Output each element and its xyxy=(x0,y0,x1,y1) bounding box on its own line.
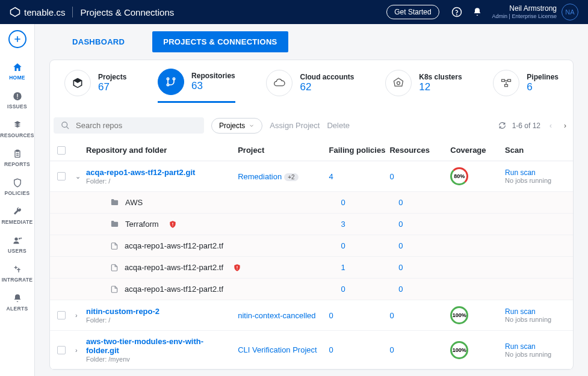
child-name[interactable]: Terraform xyxy=(125,220,159,229)
get-started-button[interactable]: Get Started xyxy=(386,5,439,19)
sidenav-item-policies[interactable]: POLICIES xyxy=(0,172,34,201)
search-input[interactable] xyxy=(76,121,197,130)
svg-point-11 xyxy=(167,84,169,85)
expand-toggle[interactable]: › xyxy=(75,347,86,354)
reports-icon xyxy=(11,148,23,160)
add-button[interactable] xyxy=(8,30,26,48)
project-link[interactable]: CLI Verification Project xyxy=(238,345,317,354)
stat-value: 6 xyxy=(527,81,559,93)
stat-label: Cloud accounts xyxy=(300,73,354,81)
resources-count[interactable]: 0 xyxy=(398,241,403,250)
child-name[interactable]: acqa-repo1-aws-tf12-part2.tf xyxy=(125,263,223,272)
resources-count[interactable]: 0 xyxy=(389,311,394,320)
sidenav-item-alerts[interactable]: ALERTS xyxy=(0,288,34,316)
help-icon[interactable] xyxy=(451,7,462,17)
folder-label: Folder: /myenv xyxy=(86,356,232,363)
row-checkbox[interactable] xyxy=(57,346,66,354)
svg-rect-16 xyxy=(508,79,511,81)
stat-k8s[interactable]: K8s clusters12 xyxy=(385,69,462,103)
sidenav-item-users[interactable]: USERS xyxy=(0,230,34,259)
resources-count[interactable]: 0 xyxy=(398,198,403,207)
resources-count[interactable]: 0 xyxy=(398,220,403,229)
tab-projects-connections[interactable]: PROJECTS & CONNECTIONS xyxy=(152,31,288,52)
stat-projects[interactable]: Projects67 xyxy=(64,69,126,103)
resources-count[interactable]: 0 xyxy=(389,345,394,354)
table-row: ›aws-two-tier-modules-env-with-folder.gi… xyxy=(50,331,573,369)
failing-count[interactable]: 0 xyxy=(341,198,345,207)
run-scan-link[interactable]: Run scan xyxy=(505,168,566,177)
child-name[interactable]: acqa-repo1-aws-tf12-part2.tf xyxy=(125,241,223,250)
page-prev-button[interactable]: ‹ xyxy=(546,122,555,130)
assign-project-button[interactable]: Assign Project xyxy=(270,121,320,130)
col-resources[interactable]: Resources xyxy=(389,146,450,155)
col-failing[interactable]: Failing policies xyxy=(329,146,390,155)
table-row: ›nitin-custom-repo-2Folder: /nitin-conte… xyxy=(50,300,573,331)
shield-alert-icon xyxy=(233,264,241,272)
sidenav-item-resources[interactable]: RESOURCES xyxy=(0,114,34,143)
repo-name-link[interactable]: acqa-repo1-aws-tf12-part2.git xyxy=(86,168,232,177)
delete-button[interactable]: Delete xyxy=(327,121,350,130)
svg-point-8 xyxy=(14,238,17,241)
users-icon xyxy=(11,235,23,247)
failing-count[interactable]: 3 xyxy=(341,220,345,229)
stat-value: 63 xyxy=(191,80,235,92)
stat-pipelines[interactable]: Pipelines6 xyxy=(493,69,559,103)
remediate-icon xyxy=(11,206,23,218)
file-icon xyxy=(110,264,119,272)
failing-count[interactable]: 0 xyxy=(329,311,333,320)
tabs: DASHBOARD PROJECTS & CONNECTIONS xyxy=(49,31,574,60)
repo-name-link[interactable]: aws-two-tier-modules-env-with-folder.git xyxy=(86,337,232,355)
failing-count[interactable]: 1 xyxy=(341,263,345,272)
alerts-icon xyxy=(11,292,23,304)
stat-value: 62 xyxy=(300,81,354,93)
tab-dashboard[interactable]: DASHBOARD xyxy=(61,31,135,52)
folder-icon xyxy=(110,220,119,229)
home-icon xyxy=(11,61,23,73)
run-scan-link[interactable]: Run scan xyxy=(505,342,566,351)
failing-count[interactable]: 4 xyxy=(329,172,333,181)
expand-toggle[interactable]: › xyxy=(75,312,86,319)
resources-count[interactable]: 0 xyxy=(389,172,394,181)
select-all-checkbox[interactable] xyxy=(57,146,66,155)
project-count-badge: +2 xyxy=(284,173,298,181)
svg-rect-22 xyxy=(237,268,237,269)
repo-name-link[interactable]: nitin-custom-repo-2 xyxy=(86,307,232,316)
sidenav-item-issues[interactable]: ISSUES xyxy=(0,85,34,114)
svg-rect-15 xyxy=(502,79,505,81)
sidenav-item-integrate[interactable]: INTRGRATE xyxy=(0,259,34,288)
failing-count[interactable]: 0 xyxy=(341,285,345,294)
col-scan[interactable]: Scan xyxy=(505,146,566,155)
search-box[interactable] xyxy=(54,117,204,134)
failing-count[interactable]: 0 xyxy=(341,241,345,250)
project-link[interactable]: Remediation xyxy=(238,172,282,181)
stat-cloud[interactable]: Cloud accounts62 xyxy=(266,69,354,103)
col-repository[interactable]: Repository and folder xyxy=(86,146,238,155)
refresh-icon[interactable] xyxy=(498,122,506,129)
policies-icon xyxy=(11,177,23,189)
stat-repositories[interactable]: Repositories63 xyxy=(158,69,235,103)
sidenav-item-home[interactable]: HOME xyxy=(0,57,34,85)
col-coverage[interactable]: Coverage xyxy=(450,146,505,155)
bell-icon[interactable] xyxy=(472,7,483,17)
brand-logo[interactable]: tenable.cs xyxy=(10,7,65,17)
projects-dropdown[interactable]: Projects xyxy=(211,118,262,134)
sidenav-item-reports[interactable]: REPORTS xyxy=(0,143,34,172)
coverage-ring: 100% xyxy=(450,341,468,359)
child-name[interactable]: acqa-repo1-aws-tf12-part2.tf xyxy=(125,285,223,294)
col-project[interactable]: Project xyxy=(238,146,329,155)
failing-count[interactable]: 0 xyxy=(329,345,333,354)
run-scan-link[interactable]: Run scan xyxy=(505,307,566,316)
project-link[interactable]: nitin-context-cancelled xyxy=(238,311,315,320)
resources-count[interactable]: 0 xyxy=(398,285,403,294)
svg-point-9 xyxy=(19,238,20,239)
avatar[interactable]: NA xyxy=(562,4,578,20)
row-checkbox[interactable] xyxy=(57,311,66,319)
expand-toggle[interactable]: ⌄ xyxy=(75,173,86,180)
child-name[interactable]: AWS xyxy=(125,198,143,207)
row-checkbox[interactable] xyxy=(57,172,66,180)
sidenav-item-remediate[interactable]: REMEDIATE xyxy=(0,201,34,230)
table-row: ⌄acqa-repo1-aws-tf12-part2.gitFolder: /R… xyxy=(50,161,573,192)
page-next-button[interactable]: › xyxy=(561,122,569,130)
user-menu[interactable]: Neil Armstrong Admin | Enterprise Licens… xyxy=(492,4,578,20)
resources-count[interactable]: 0 xyxy=(398,263,403,272)
